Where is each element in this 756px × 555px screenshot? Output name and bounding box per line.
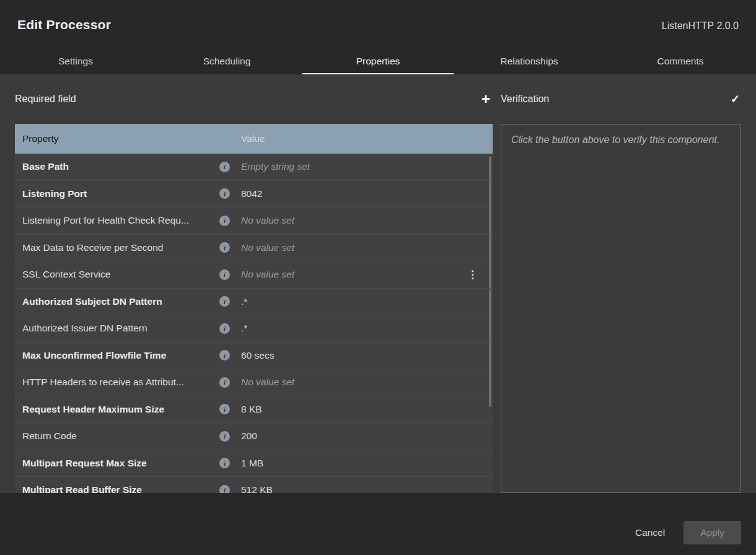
column-header-value: Value xyxy=(238,133,485,144)
property-name: Base Path xyxy=(22,161,219,172)
property-name: Max Data to Receive per Second xyxy=(22,242,219,253)
tab-properties[interactable]: Properties xyxy=(302,51,454,74)
property-name: Multipart Request Max Size xyxy=(22,458,219,469)
property-value[interactable]: .* xyxy=(238,296,485,307)
property-row[interactable]: SSL Context ServiceiNo value set⋮ xyxy=(15,261,493,289)
property-table-header: Property Value xyxy=(15,124,493,154)
property-table: Property Value Base PathiEmpty string se… xyxy=(15,124,493,493)
property-row[interactable]: Authorized Subject DN Patterni.* xyxy=(15,289,493,316)
property-name: Listening Port for Health Check Requ... xyxy=(22,215,219,226)
property-value[interactable]: No value set xyxy=(238,269,485,280)
property-value[interactable]: 60 secs xyxy=(238,350,485,361)
more-options-icon[interactable]: ⋮ xyxy=(467,268,478,281)
dialog-header: Edit Processor ListenHTTP 2.0.0 Settings… xyxy=(0,0,756,74)
tab-bar: Settings Scheduling Properties Relations… xyxy=(0,51,756,74)
column-header-property: Property xyxy=(22,133,219,144)
info-icon[interactable]: i xyxy=(219,458,230,468)
verification-message: Click the button above to verify this co… xyxy=(511,134,719,145)
property-row[interactable]: Return Codei200 xyxy=(15,423,493,450)
property-value[interactable]: .* xyxy=(238,323,485,334)
property-row[interactable]: Max Data to Receive per SecondiNo value … xyxy=(15,235,493,262)
properties-panel: Required field + Property Value Base Pat… xyxy=(15,74,493,493)
cancel-button[interactable]: Cancel xyxy=(635,527,665,538)
property-row[interactable]: Multipart Read Buffer Sizei512 KB xyxy=(15,477,493,493)
property-name: Authorized Issuer DN Pattern xyxy=(22,323,219,334)
property-row[interactable]: Base PathiEmpty string set xyxy=(15,154,493,181)
property-name: Return Code xyxy=(22,430,219,442)
verification-message-box: Click the button above to verify this co… xyxy=(501,124,741,493)
tab-relationships[interactable]: Relationships xyxy=(454,51,605,74)
tab-comments[interactable]: Comments xyxy=(605,51,756,74)
info-icon[interactable]: i xyxy=(219,269,230,280)
property-name: Listening Port xyxy=(22,188,219,199)
property-row[interactable]: Listening Porti8042 xyxy=(15,181,493,208)
required-field-label: Required field xyxy=(15,94,76,105)
dialog-content: Required field + Property Value Base Pat… xyxy=(0,74,756,493)
property-value[interactable]: No value set xyxy=(238,215,485,226)
properties-panel-header: Required field + xyxy=(15,74,493,124)
info-icon[interactable]: i xyxy=(219,162,230,172)
property-value[interactable]: 200 xyxy=(238,430,485,442)
dialog-footer: Cancel Apply xyxy=(0,493,756,555)
property-row[interactable]: Multipart Request Max Sizei1 MB xyxy=(15,450,493,478)
panel-gap xyxy=(493,74,501,493)
add-property-icon[interactable]: + xyxy=(479,92,493,107)
info-icon[interactable]: i xyxy=(219,323,230,334)
property-row[interactable]: Max Unconfirmed Flowfile Timei60 secs xyxy=(15,343,493,370)
property-value[interactable]: No value set xyxy=(238,377,485,388)
title-row: Edit Processor ListenHTTP 2.0.0 xyxy=(0,17,756,32)
info-icon[interactable]: i xyxy=(219,431,230,442)
tab-settings[interactable]: Settings xyxy=(0,51,151,74)
tab-scheduling[interactable]: Scheduling xyxy=(151,51,302,74)
dialog-title: Edit Processor xyxy=(17,17,111,32)
info-icon[interactable]: i xyxy=(219,485,230,493)
apply-button[interactable]: Apply xyxy=(683,521,741,544)
verification-panel: Verification ✓ Click the button above to… xyxy=(501,74,741,493)
processor-type-version: ListenHTTP 2.0.0 xyxy=(662,20,739,32)
property-value[interactable]: Empty string set xyxy=(238,161,485,172)
property-name: SSL Context Service xyxy=(22,269,219,280)
info-icon[interactable]: i xyxy=(219,296,230,307)
property-value[interactable]: No value set xyxy=(238,242,485,253)
property-value[interactable]: 1 MB xyxy=(238,458,485,469)
property-value[interactable]: 8 KB xyxy=(238,404,485,415)
property-row[interactable]: Request Header Maximum Sizei8 KB xyxy=(15,396,493,424)
verification-panel-header: Verification ✓ xyxy=(501,74,741,124)
property-name: HTTP Headers to receive as Attribut... xyxy=(22,377,219,388)
info-icon[interactable]: i xyxy=(219,216,230,226)
property-name: Request Header Maximum Size xyxy=(22,404,219,415)
info-icon[interactable]: i xyxy=(219,377,230,388)
property-row[interactable]: HTTP Headers to receive as Attribut...iN… xyxy=(15,369,493,396)
info-icon[interactable]: i xyxy=(219,350,230,361)
property-value[interactable]: 8042 xyxy=(238,188,485,199)
info-icon[interactable]: i xyxy=(219,242,230,253)
property-name: Max Unconfirmed Flowfile Time xyxy=(22,350,219,361)
info-icon[interactable]: i xyxy=(219,188,230,199)
info-icon[interactable]: i xyxy=(219,404,230,414)
verify-check-icon[interactable]: ✓ xyxy=(729,92,741,106)
property-name: Multipart Read Buffer Size xyxy=(22,484,219,493)
property-row[interactable]: Authorized Issuer DN Patterni.* xyxy=(15,315,493,343)
verification-title: Verification xyxy=(501,94,549,105)
property-name: Authorized Subject DN Pattern xyxy=(22,296,219,307)
property-row[interactable]: Listening Port for Health Check Requ...i… xyxy=(15,208,493,235)
property-value[interactable]: 512 KB xyxy=(238,484,485,493)
